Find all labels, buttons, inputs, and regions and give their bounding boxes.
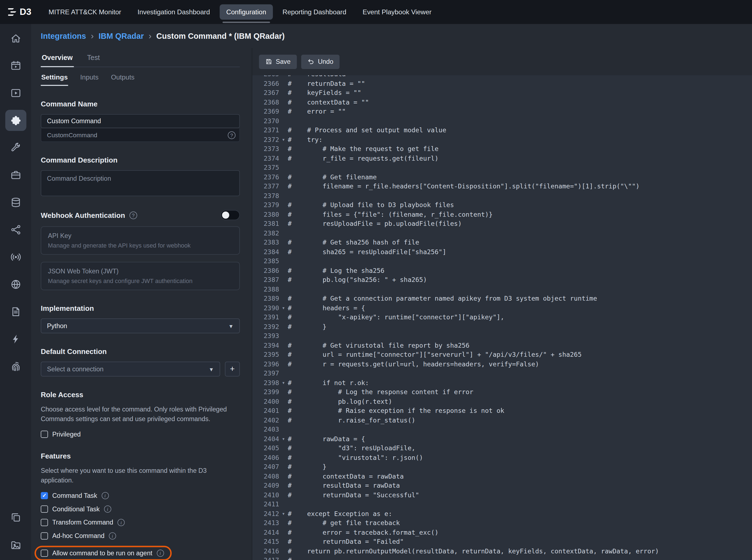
broadcast-icon[interactable] — [5, 246, 26, 267]
line-number: 2379 — [252, 201, 279, 210]
fingerprint-icon[interactable] — [5, 356, 26, 377]
tab-settings[interactable]: Settings — [41, 74, 68, 86]
document-icon[interactable] — [5, 301, 26, 322]
code-line: 2367# keyFields = "" — [252, 88, 752, 98]
fold-arrow-icon[interactable]: ▾ — [279, 303, 288, 313]
plus-icon: + — [230, 364, 235, 374]
select-value: Python — [47, 322, 67, 329]
briefcase-icon[interactable] — [5, 164, 26, 186]
code-line: 2369# error = "" — [252, 107, 752, 116]
code-line: 2386# # Log the sha256 — [252, 266, 752, 275]
folder-image-icon[interactable] — [5, 534, 26, 555]
command-description-input[interactable] — [41, 170, 240, 196]
fold-spacer — [279, 387, 288, 397]
save-button[interactable]: Save — [259, 55, 297, 69]
line-number: 2416 — [252, 546, 279, 556]
checkbox-allow-command-to-be-run-on-agent[interactable] — [41, 550, 48, 557]
code-line: 2403 — [252, 425, 752, 434]
tab-overview[interactable]: Overview — [41, 54, 74, 67]
code-line: 2412▾# except Exception as e: — [252, 509, 752, 518]
share-network-icon[interactable] — [5, 219, 26, 240]
info-icon[interactable] — [118, 519, 125, 526]
info-icon[interactable] — [104, 505, 111, 513]
line-number: 2395 — [252, 350, 279, 359]
fold-spacer — [279, 88, 288, 98]
tab-test[interactable]: Test — [86, 54, 101, 67]
lightning-icon[interactable] — [5, 328, 26, 349]
nav-item-event-playbook-viewer[interactable]: Event Playbook Viewer — [356, 4, 438, 20]
fold-spacer — [279, 416, 288, 425]
breadcrumb-ibm-qradar[interactable]: IBM QRadar — [99, 31, 144, 40]
code-line: 2395# url = runtime["connector"]["server… — [252, 350, 752, 359]
globe-icon[interactable] — [5, 274, 26, 295]
code-line: 2416# return pb.returnOutputModel(result… — [252, 546, 752, 556]
home-icon[interactable] — [5, 28, 26, 49]
api-key-card[interactable]: API Key Manage and generate the API keys… — [41, 226, 240, 255]
checkbox-conditional-task[interactable] — [41, 505, 48, 513]
jwt-card[interactable]: JSON Web Token (JWT) Manage secret keys … — [41, 262, 240, 290]
fold-arrow-icon[interactable]: ▾ — [279, 135, 288, 144]
webhook-auth-toggle[interactable] — [221, 210, 240, 220]
connection-select[interactable]: Select a connection ▼ — [41, 362, 220, 377]
nav-item-configuration[interactable]: Configuration — [220, 4, 273, 20]
code-text: # resUploadFile = pb.uploadFile(files) — [288, 219, 462, 228]
checkbox-label: Privileged — [52, 431, 81, 438]
undo-button[interactable]: Undo — [301, 55, 340, 69]
line-number: 2392 — [252, 322, 279, 332]
line-number: 2391 — [252, 313, 279, 322]
line-number: 2410 — [252, 491, 279, 500]
code-text: # resultData = "" — [288, 75, 365, 79]
role-access-heading: Role Access — [41, 390, 240, 399]
breadcrumb-integrations[interactable]: Integrations — [41, 31, 86, 40]
add-connection-button[interactable]: + — [225, 362, 240, 377]
command-name-heading: Command Name — [41, 100, 240, 108]
info-icon[interactable] — [109, 533, 116, 540]
video-player-icon[interactable] — [5, 82, 26, 104]
fold-spacer — [279, 126, 288, 135]
fold-spacer — [279, 397, 288, 406]
tools-icon[interactable] — [5, 137, 26, 158]
database-icon[interactable] — [5, 192, 26, 213]
nav-item-investigation-dashboard[interactable]: Investigation Dashboard — [131, 4, 217, 20]
line-number: 2414 — [252, 528, 279, 537]
code-line: 2402# r.raise_for_status() — [252, 416, 752, 425]
puzzle-icon[interactable] — [5, 110, 26, 131]
fold-spacer — [279, 518, 288, 528]
code-line: 2398▾# if not r.ok: — [252, 378, 752, 387]
code-line: 2373# # Make the request to get file — [252, 144, 752, 154]
help-icon[interactable] — [129, 211, 137, 219]
fold-arrow-icon[interactable]: ▾ — [279, 378, 288, 387]
tab-inputs[interactable]: Inputs — [80, 74, 99, 86]
implementation-select[interactable]: Python ▼ — [41, 319, 240, 333]
code-line: 2411 — [252, 500, 752, 509]
info-icon[interactable] — [101, 492, 109, 499]
code-text: # # Get sha256 hash of file — [288, 238, 419, 247]
command-description-heading: Command Description — [41, 156, 240, 164]
code-text: # # Raise exception if the response is n… — [288, 406, 504, 416]
features-heading: Features — [41, 452, 240, 460]
copy-icon[interactable] — [5, 507, 26, 528]
settings-panel: OverviewTest SettingsInputsOutputs Comma… — [31, 48, 252, 560]
info-icon[interactable] — [157, 550, 164, 557]
line-number: 2386 — [252, 266, 279, 275]
fold-arrow-icon[interactable]: ▾ — [279, 509, 288, 518]
command-name-input[interactable] — [41, 114, 240, 128]
code-line: 2404▾# rawData = { — [252, 434, 752, 444]
code-editor[interactable]: 2365# resultData = ""2366# returnData = … — [252, 75, 752, 560]
fold-spacer — [279, 369, 288, 378]
code-text: # # Get virustotal file report by sha256 — [288, 341, 469, 350]
checkbox-transform-command[interactable] — [41, 519, 48, 526]
nav-item-reporting-dashboard[interactable]: Reporting Dashboard — [276, 4, 353, 20]
tab-outputs[interactable]: Outputs — [110, 74, 135, 86]
checkbox-ad-hoc-command[interactable] — [41, 533, 48, 540]
line-number: 2403 — [252, 425, 279, 434]
card-subtitle: Manage secret keys and configure JWT aut… — [48, 278, 232, 284]
code-text: # contextData = rawData — [288, 472, 404, 481]
fold-arrow-icon[interactable]: ▾ — [279, 434, 288, 444]
calendar-play-icon[interactable] — [5, 55, 26, 77]
d3-logo[interactable]: D3 — [6, 6, 31, 17]
nav-item-mitre-att-ck-monitor[interactable]: MITRE ATT&CK Monitor — [42, 4, 128, 20]
checkbox-command-task[interactable] — [41, 492, 48, 499]
checkbox-privileged[interactable] — [41, 431, 48, 438]
help-icon[interactable] — [228, 131, 236, 139]
